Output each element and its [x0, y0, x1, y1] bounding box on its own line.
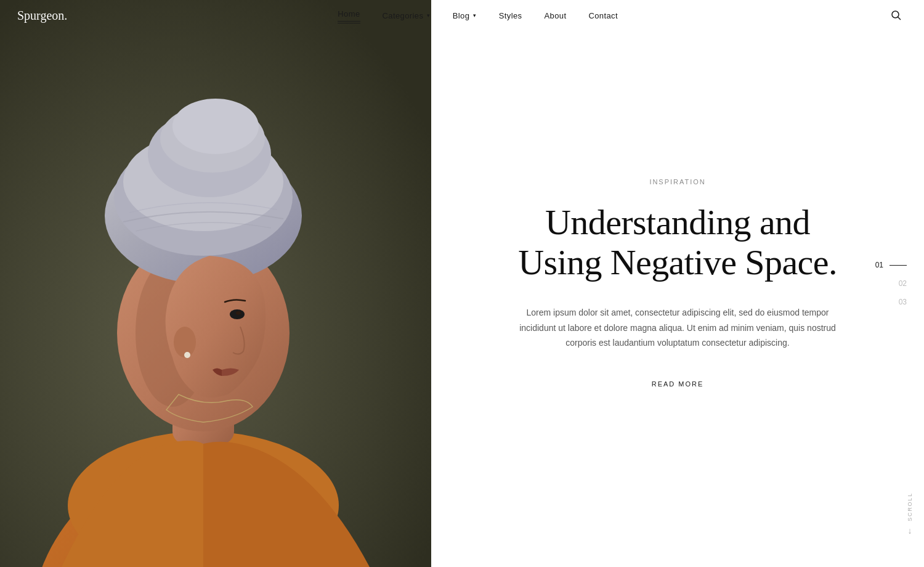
slide-indicator-2[interactable]: 02 [899, 279, 907, 288]
scroll-arrow-icon: ↓ [908, 526, 912, 536]
read-more-button[interactable]: READ MORE [652, 380, 703, 388]
blog-arrow-icon: ▾ [473, 12, 476, 18]
hero-image-panel [0, 0, 431, 567]
search-button[interactable] [888, 7, 904, 23]
nav-item-categories[interactable]: Categories ▾ [383, 11, 431, 20]
main-nav: Home Categories ▾ Blog ▾ Styles About Co… [338, 9, 618, 22]
slide-line-icon [890, 265, 907, 266]
svg-point-0 [892, 11, 899, 18]
svg-line-1 [898, 17, 901, 20]
portrait-illustration [0, 0, 431, 567]
header: Spurgeon. Home Categories ▾ Blog ▾ Style… [0, 0, 924, 31]
slide-indicators: 01 02 03 [875, 261, 907, 306]
nav-item-contact[interactable]: Contact [588, 11, 618, 20]
hero-content: INSPIRATION Understanding and Using Nega… [517, 178, 838, 388]
svg-point-14 [172, 99, 259, 154]
svg-point-16 [236, 311, 241, 315]
nav-item-styles[interactable]: Styles [499, 11, 522, 20]
logo[interactable]: Spurgeon. [17, 9, 67, 22]
search-icon [891, 10, 902, 21]
svg-point-18 [184, 352, 190, 358]
slide-indicator-1[interactable]: 01 [875, 261, 907, 269]
hero-content-panel: INSPIRATION Understanding and Using Nega… [431, 0, 924, 567]
hero-title: Understanding and Using Negative Space. [517, 203, 838, 283]
nav-item-about[interactable]: About [544, 11, 566, 20]
hero-image [0, 0, 431, 567]
categories-arrow-icon: ▾ [427, 12, 430, 18]
nav-item-home[interactable]: Home [338, 9, 360, 22]
nav-item-blog[interactable]: Blog ▾ [453, 11, 477, 20]
scroll-label: SCROLL [907, 492, 913, 521]
hero-description: Lorem ipsum dolor sit amet, consectetur … [517, 305, 838, 351]
svg-point-17 [174, 327, 196, 357]
slide-indicator-3[interactable]: 03 [899, 298, 907, 306]
category-label: INSPIRATION [517, 178, 838, 186]
main-container: INSPIRATION Understanding and Using Nega… [0, 0, 924, 567]
scroll-indicator: SCROLL ↓ [907, 492, 913, 536]
